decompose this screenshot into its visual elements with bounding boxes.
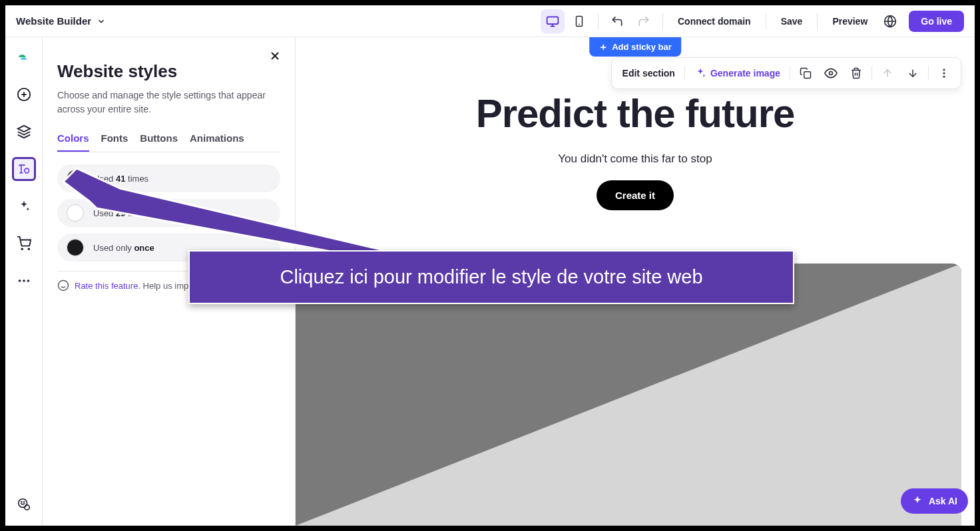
svg-point-32 (943, 69, 945, 71)
plus-circle-icon (17, 87, 31, 102)
more-options-button[interactable] (933, 62, 955, 85)
copy-icon (800, 67, 812, 79)
color-row[interactable]: Used 29 times (57, 199, 280, 227)
eye-icon (824, 67, 838, 80)
chevron-down-icon (97, 17, 106, 26)
visibility-button[interactable] (820, 62, 842, 85)
ask-ai-button[interactable]: Ask AI (901, 488, 968, 514)
color-usage: Used 29 times (93, 208, 148, 218)
mobile-icon (573, 15, 585, 27)
smiley-icon (57, 279, 69, 291)
color-row[interactable]: Used 41 times (57, 164, 280, 192)
move-down-button[interactable] (901, 62, 924, 85)
smiley-cog-icon (17, 497, 31, 512)
separator (598, 13, 599, 29)
svg-marker-10 (17, 126, 29, 132)
redo-icon (637, 15, 650, 28)
connect-domain-button[interactable]: Connect domain (670, 11, 759, 32)
topbar: Website Builder Connect domain Save Prev… (5, 5, 975, 37)
color-swatch (67, 170, 84, 187)
color-usage: Used 41 times (93, 174, 148, 184)
rail-layers-button[interactable] (12, 120, 36, 144)
app-title-dropdown[interactable]: Website Builder (16, 15, 106, 27)
sparkle-icon (694, 67, 706, 79)
tab-buttons[interactable]: Buttons (140, 132, 178, 152)
svg-point-13 (28, 248, 29, 250)
styles-icon (17, 162, 31, 176)
plus-icon (599, 43, 608, 52)
globe-icon (883, 15, 897, 28)
separator (817, 13, 818, 29)
save-button[interactable]: Save (773, 11, 811, 32)
preview-button[interactable]: Preview (824, 11, 875, 32)
svg-point-11 (24, 168, 29, 173)
tab-fonts[interactable]: Fonts (101, 132, 128, 152)
separator (662, 13, 663, 29)
rail-ai-button[interactable] (12, 194, 36, 218)
layers-icon (17, 124, 31, 139)
separator (928, 66, 929, 81)
delete-button[interactable] (845, 62, 867, 85)
ai-icon (911, 495, 923, 507)
svg-point-20 (24, 505, 29, 510)
rail-feedback-button[interactable] (12, 492, 36, 516)
sparkle-icon (17, 200, 31, 213)
edit-section-button[interactable]: Edit section (617, 64, 680, 83)
duplicate-button[interactable] (794, 62, 817, 85)
rail-more-button[interactable] (12, 269, 36, 293)
svg-rect-0 (547, 17, 559, 24)
svg-point-29 (830, 72, 833, 75)
svg-point-33 (943, 73, 945, 75)
rail-styles-button[interactable] (12, 157, 36, 181)
dots-vertical-icon (938, 67, 950, 79)
app-title: Website Builder (16, 15, 91, 27)
color-usage: Used only once (93, 243, 154, 253)
svg-point-23 (59, 281, 69, 291)
logo-icon (17, 50, 31, 65)
trash-icon (850, 67, 862, 79)
svg-point-16 (27, 279, 29, 282)
mobile-view-button[interactable] (567, 9, 591, 33)
rail-cart-button[interactable] (12, 232, 36, 256)
svg-point-19 (23, 502, 24, 502)
close-icon (268, 49, 282, 63)
section-toolbar: Edit section Generate image (611, 57, 961, 89)
style-tabs: Colors Fonts Buttons Animations (57, 132, 280, 152)
hero-cta-button[interactable]: Create it (597, 180, 674, 210)
arrow-up-icon (881, 67, 893, 79)
svg-point-18 (21, 502, 21, 502)
hero-title[interactable]: Predict the future (296, 90, 975, 136)
separator (766, 13, 766, 29)
separator (790, 66, 790, 81)
separator (871, 66, 872, 81)
svg-point-15 (23, 279, 25, 282)
panel-desc: Choose and manage the style settings tha… (57, 88, 280, 116)
svg-point-17 (18, 499, 27, 508)
svg-point-12 (21, 248, 23, 250)
svg-point-14 (18, 279, 21, 282)
rail-logo-button[interactable] (12, 45, 36, 69)
dots-icon (17, 273, 31, 288)
rail-add-button[interactable] (12, 83, 36, 106)
add-sticky-bar-button[interactable]: Add sticky bar (589, 37, 681, 57)
hero-subtitle[interactable]: You didn't come this far to stop (296, 152, 975, 166)
globe-button[interactable] (878, 9, 902, 33)
annotation-callout: Cliquez ici pour modifier le style de vo… (188, 250, 794, 304)
cart-icon (17, 236, 31, 251)
undo-button[interactable] (605, 9, 629, 33)
move-up-button[interactable] (876, 62, 899, 85)
arrow-down-icon (907, 67, 919, 79)
svg-point-34 (943, 76, 945, 78)
generate-image-button[interactable]: Generate image (689, 63, 786, 83)
close-panel-button[interactable] (268, 49, 282, 63)
desktop-icon (546, 15, 559, 28)
go-live-button[interactable]: Go live (909, 11, 964, 32)
redo-button[interactable] (632, 9, 656, 33)
tab-colors[interactable]: Colors (57, 132, 89, 152)
separator (684, 66, 685, 81)
desktop-view-button[interactable] (541, 9, 565, 33)
tab-animations[interactable]: Animations (190, 132, 244, 152)
panel-title: Website styles (57, 61, 280, 82)
rate-link[interactable]: Rate this feature (75, 281, 138, 291)
svg-rect-28 (804, 72, 811, 79)
